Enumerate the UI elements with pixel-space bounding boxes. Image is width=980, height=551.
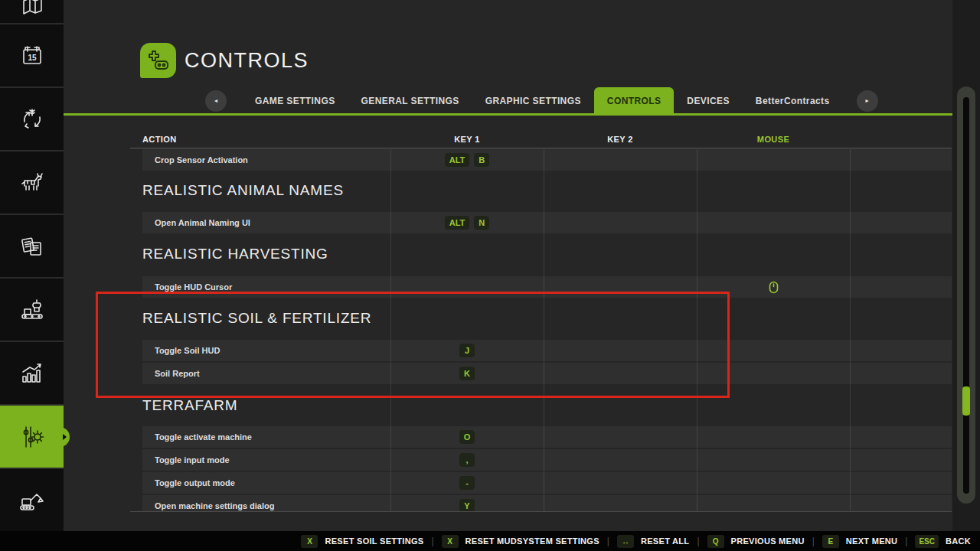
action-label: Toggle activate machine [155,432,252,442]
excavator-icon [18,487,46,514]
contracts-icon [19,233,45,259]
chevron-left-icon: ◂ [214,97,217,104]
calendar-day-label: 15 [28,54,37,62]
column-header-key1: KEY 1 [390,135,544,144]
action-label: Open Animal Naming UI [155,218,250,227]
sidebar-item-settings[interactable] [0,406,64,469]
sidebar-item-calendar[interactable]: 15 [0,24,64,88]
action-label: Crop Sensor Activation [155,155,248,165]
scrollbar[interactable] [957,86,975,504]
column-header-key2: KEY 2 [544,135,697,144]
key-badge-esc: ESC [915,535,939,548]
tabs-next-button[interactable]: ▸ [857,90,878,112]
page-title: CONTROLS [185,49,309,73]
key-badge: B [474,153,489,167]
tab-bar: ◂ GAME SETTINGS GENERAL SETTINGS GRAPHIC… [64,87,952,114]
statistics-icon [19,360,45,386]
separator: | [697,536,699,546]
back-button[interactable]: ESC BACK [915,535,971,548]
key-badge: - [459,476,475,490]
table-header: ACTION KEY 1 KEY 2 MOUSE [142,132,952,147]
tabs-prev-button[interactable]: ◂ [205,90,227,112]
column-header-action: ACTION [142,135,390,144]
controls-settings-screen: 15 [0,0,980,551]
calendar-icon: 15 [19,43,45,69]
action-label: Toggle HUD Cursor [155,282,232,292]
key-badge: , [459,453,475,467]
scrollbar-thumb[interactable] [962,386,970,416]
separator: | [607,536,609,546]
production-icon [19,297,45,323]
next-menu-button[interactable]: E NEXT MENU [822,535,897,548]
key-badge-x: X [301,535,318,548]
crop-rotation-icon [19,106,45,132]
tab-graphic-settings[interactable]: GRAPHIC SETTINGS [472,87,594,114]
reset-mudsystem-settings-button[interactable]: X RESET MUDSYSTEM SETTINGS [442,535,599,548]
reset-soil-settings-button[interactable]: X RESET SOIL SETTINGS [301,535,423,548]
action-label: Toggle input mode [155,455,230,465]
table-row-toggle-output-mode[interactable]: Toggle output mode - [142,472,952,494]
highlight-rectangle [96,292,730,398]
key-badge: ALT [445,153,470,167]
reset-all-button[interactable]: ↔ RESET ALL [617,535,689,548]
section-title-realistic-animal-names: REALISTIC ANIMAL NAMES [142,181,344,201]
separator: | [812,536,815,546]
tab-game-settings[interactable]: GAME SETTINGS [242,87,348,114]
column-header-mouse: MOUSE [697,135,850,144]
separator: | [431,536,433,546]
sidebar: 15 [0,0,64,531]
viewport-bottom-separator [130,511,952,512]
section-title-terrafarm: TERRAFARM [142,396,237,416]
key-badge: O [459,430,475,444]
sidebar-item-terraform[interactable] [0,469,64,533]
header-separator [130,148,952,148]
key-badge-e: E [822,535,839,548]
sidebar-item-crop-rotation[interactable] [0,88,64,152]
tab-underline [64,113,952,116]
cow-icon [18,170,46,196]
table-row-crop-sensor-activation[interactable]: Crop Sensor Activation ALTB [142,149,952,171]
map-icon [21,0,44,18]
table-row-open-machine-settings-dialog[interactable]: Open machine settings dialog Y [142,495,952,511]
tab-bettercontracts[interactable]: BetterContracts [743,87,843,114]
sidebar-item-production[interactable] [0,279,64,342]
table-row-toggle-input-mode[interactable]: Toggle input mode , [142,449,952,471]
sidebar-item-map[interactable] [0,0,64,24]
section-title-realistic-harvesting: REALISTIC HARVESTING [142,244,328,264]
settings-icon [18,423,46,451]
key-badge: N [474,216,489,230]
previous-menu-button[interactable]: Q PREVIOUS MENU [707,535,805,548]
key-badge-reset-all: ↔ [617,535,634,548]
scrollbar-track[interactable] [963,97,969,494]
sidebar-item-animals[interactable] [0,152,64,215]
action-label: Open machine settings dialog [155,501,274,510]
sidebar-item-statistics[interactable] [0,342,64,406]
tab-controls[interactable]: CONTROLS [594,87,675,114]
mouse-icon [769,281,779,294]
key-badge: Y [459,499,475,511]
gamepad-icon [146,49,171,72]
controls-page-icon [140,43,176,78]
key-badge-x: X [442,535,459,548]
table-row-toggle-activate-machine[interactable]: Toggle activate machine O [142,426,952,448]
bottom-shortcut-bar: X RESET SOIL SETTINGS | X RESET MUDSYSTE… [0,531,980,551]
action-label: Toggle output mode [155,478,235,487]
key-badge-q: Q [707,535,724,548]
tab-devices[interactable]: DEVICES [674,87,742,114]
tab-general-settings[interactable]: GENERAL SETTINGS [348,87,472,114]
sidebar-item-contracts[interactable] [0,215,64,279]
table-row-open-animal-naming-ui[interactable]: Open Animal Naming UI ALTN [142,212,952,233]
key-badge: ALT [445,216,470,230]
separator: | [905,536,907,546]
active-item-notch [63,434,67,440]
chevron-right-icon: ▸ [866,97,869,104]
